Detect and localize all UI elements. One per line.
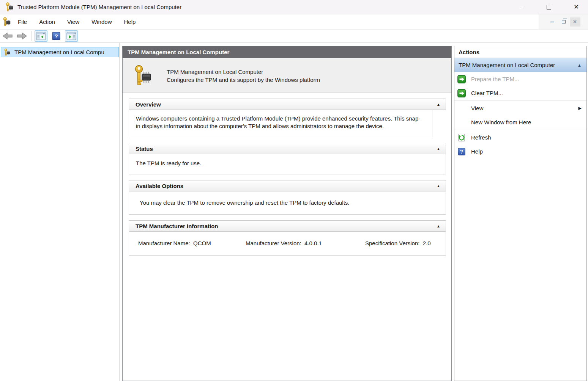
svg-text:?: ? <box>54 33 58 39</box>
section-overview-body: Windows computers containing a Trusted P… <box>129 110 432 137</box>
section-overview-title: Overview <box>136 101 161 108</box>
mdi-close-button[interactable]: ✕ <box>570 17 580 27</box>
collapse-arrow-icon[interactable]: ▲ <box>437 224 440 228</box>
manufacturer-name-label: Manufacturer Name: <box>138 240 190 246</box>
section-available-options-body: You may clear the TPM to remove ownershi… <box>129 191 446 215</box>
console-tree-icon <box>36 32 46 40</box>
mdi-close-icon: ✕ <box>573 19 577 25</box>
section-overview-header[interactable]: Overview ▲ <box>129 99 446 110</box>
action-new-window[interactable]: New Window from Here <box>454 115 586 129</box>
mdi-minimize-icon <box>550 22 554 22</box>
collapse-arrow-icon[interactable]: ▲ <box>577 63 582 67</box>
snapin-subtitle: Configures the TPM and its support by th… <box>167 76 320 84</box>
close-icon: ✕ <box>574 4 579 10</box>
action-prepare-tpm-label: Prepare the TPM... <box>471 76 519 82</box>
action-prepare-tpm: Prepare the TPM... <box>454 72 586 86</box>
section-available-options-title: Available Options <box>136 183 183 189</box>
minimize-icon <box>520 7 525 7</box>
section-available-options: Available Options ▲ You may clear the TP… <box>129 180 446 215</box>
actions-group-header[interactable]: TPM Management on Local Computer ▲ <box>454 58 586 72</box>
action-help-label: Help <box>471 148 483 155</box>
section-overview: Overview ▲ Windows computers containing … <box>129 99 446 137</box>
menu-view[interactable]: View <box>62 16 85 27</box>
menu-help[interactable]: Help <box>118 16 141 27</box>
action-pane-icon <box>66 32 76 40</box>
show-action-pane-button[interactable] <box>65 30 78 42</box>
actions-separator <box>454 100 586 101</box>
mdi-restore-icon <box>562 20 566 24</box>
window-minimize-button[interactable] <box>514 0 531 14</box>
snapin-title: TPM Management on Local Computer <box>167 68 320 76</box>
results-header-title: TPM Management on Local Computer <box>128 49 229 55</box>
help-toolbar-button[interactable]: ? <box>50 30 63 42</box>
snapin-intro: TPM Management on Local Computer Configu… <box>123 59 451 93</box>
collapse-arrow-icon[interactable]: ▲ <box>437 102 440 107</box>
toolbar: ? <box>0 30 588 43</box>
results-panel: TPM Management on Local Computer TPM Man… <box>122 46 452 381</box>
tpm-app-icon <box>5 2 14 12</box>
section-status: Status ▲ The TPM is ready for use. <box>129 143 446 174</box>
actions-group-title: TPM Management on Local Computer <box>459 62 555 68</box>
actions-panel-header: Actions <box>454 46 586 58</box>
action-help[interactable]: ? Help <box>454 144 586 158</box>
forward-button[interactable] <box>16 31 27 41</box>
actions-panel-title: Actions <box>459 49 479 55</box>
section-manufacturer-info-body: Manufacturer Name: QCOM Manufacturer Ver… <box>129 232 446 256</box>
console-tree-panel: TPM Management on Local Compu <box>0 43 120 381</box>
action-view-label: View <box>471 105 483 111</box>
menu-file[interactable]: File <box>13 16 32 27</box>
mdi-minimize-button[interactable] <box>547 17 558 27</box>
action-clear-tpm-label: Clear TPM... <box>471 90 503 96</box>
tpm-node-icon <box>3 49 11 56</box>
mdi-window-controls: ✕ <box>539 14 588 29</box>
action-view[interactable]: View ▶ <box>454 101 586 115</box>
manufacturer-version-value: 4.0.0.1 <box>304 240 322 246</box>
menu-action[interactable]: Action <box>34 16 60 27</box>
mdi-restore-button[interactable] <box>558 17 569 27</box>
show-console-tree-button[interactable] <box>35 30 47 42</box>
action-refresh[interactable]: Refresh <box>454 130 586 144</box>
tpm-console-icon <box>3 17 11 27</box>
tree-item-label: TPM Management on Local Compu <box>14 49 104 55</box>
tpm-large-icon <box>134 65 152 87</box>
tree-item-tpm-management[interactable]: TPM Management on Local Compu <box>1 47 119 57</box>
green-go-icon <box>457 89 466 97</box>
specification-version-field: Specification Version: 2.0 <box>365 240 431 246</box>
action-new-window-label: New Window from Here <box>471 119 531 125</box>
menu-bar: File Action View Window Help ✕ <box>0 14 588 30</box>
manufacturer-name-value: QCOM <box>193 240 211 246</box>
collapse-arrow-icon[interactable]: ▲ <box>437 147 440 151</box>
help-icon: ? <box>52 31 61 41</box>
help-icon: ? <box>457 147 466 156</box>
manufacturer-version-field: Manufacturer Version: 4.0.0.1 <box>246 240 322 246</box>
specification-version-value: 2.0 <box>423 240 431 246</box>
menu-window[interactable]: Window <box>86 16 117 27</box>
actions-panel: Actions TPM Management on Local Computer… <box>454 46 587 381</box>
section-manufacturer-info: TPM Manufacturer Information ▲ Manufactu… <box>129 220 446 256</box>
section-status-title: Status <box>136 146 153 152</box>
window-close-button[interactable]: ✕ <box>568 0 585 14</box>
section-status-body: The TPM is ready for use. <box>129 154 446 174</box>
submenu-arrow-icon: ▶ <box>579 106 582 111</box>
green-go-icon <box>457 75 466 83</box>
specification-version-label: Specification Version: <box>365 240 419 246</box>
manufacturer-version-label: Manufacturer Version: <box>246 240 301 246</box>
window-title: Trusted Platform Module (TPM) Management… <box>17 4 181 10</box>
action-refresh-label: Refresh <box>471 134 491 141</box>
manufacturer-name-field: Manufacturer Name: QCOM <box>138 240 211 246</box>
section-manufacturer-info-title: TPM Manufacturer Information <box>136 223 218 229</box>
section-manufacturer-info-header[interactable]: TPM Manufacturer Information ▲ <box>129 220 446 232</box>
title-bar: Trusted Platform Module (TPM) Management… <box>0 0 588 14</box>
maximize-icon <box>547 5 551 9</box>
svg-text:?: ? <box>460 149 463 155</box>
section-status-header[interactable]: Status ▲ <box>129 143 446 154</box>
back-button[interactable] <box>2 31 14 41</box>
toolbar-separator <box>31 31 32 41</box>
section-available-options-header[interactable]: Available Options ▲ <box>129 180 446 191</box>
window-maximize-button[interactable] <box>540 0 558 14</box>
collapse-arrow-icon[interactable]: ▲ <box>437 184 440 188</box>
refresh-icon <box>457 133 466 142</box>
actions-separator <box>454 130 586 130</box>
results-header: TPM Management on Local Computer <box>123 46 451 59</box>
action-clear-tpm[interactable]: Clear TPM... <box>454 86 586 100</box>
